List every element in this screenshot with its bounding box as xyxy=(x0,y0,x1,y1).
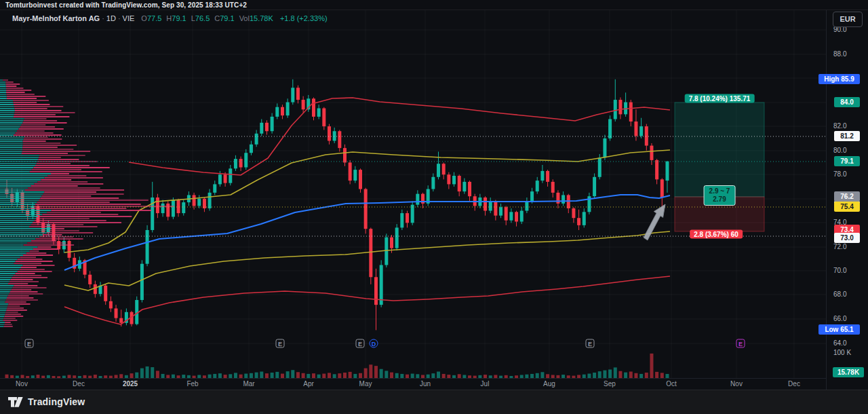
price-label-84.0: 84.0 xyxy=(834,97,860,107)
symbol-name[interactable]: Mayr-Melnhof Karton AG xyxy=(12,14,100,22)
time-axis-label: Nov xyxy=(730,380,743,388)
currency-button[interactable]: EUR xyxy=(833,12,863,27)
position-entry-label[interactable]: 2.9 ~ 72.79 xyxy=(704,185,736,206)
time-axis-label: Jul xyxy=(481,380,490,388)
tradingview-logo[interactable]: TradingView xyxy=(8,396,85,407)
chart-legend[interactable]: Mayr-Melnhof Karton AG·1D·VIE O77.5H79.1… xyxy=(12,14,328,22)
price-tick: 100 K xyxy=(833,349,867,356)
price-tick: 66.0 xyxy=(833,315,867,322)
arrow-annotation xyxy=(644,204,665,240)
time-axis[interactable]: NovDec2025FebMarAprMayJunJulAugSepOctNov… xyxy=(0,378,826,390)
time-axis-label: Jun xyxy=(420,380,431,388)
indicator-line-red_lower xyxy=(64,276,670,324)
time-axis-label: Dec xyxy=(788,380,800,388)
time-axis-label: Nov xyxy=(16,380,28,388)
price-tick: 88.0 xyxy=(833,50,867,58)
earnings-marker[interactable]: E xyxy=(25,339,34,348)
legend-value: 15.78K xyxy=(250,14,273,22)
tradingview-logo-text: TradingView xyxy=(28,396,85,407)
position-target-label[interactable]: 7.8 (10.24%) 135.71 xyxy=(685,94,755,103)
price-tick: 82.0 xyxy=(833,122,867,130)
time-axis-label: Mar xyxy=(243,380,254,388)
long-position-tool xyxy=(675,102,764,231)
earnings-marker[interactable]: E xyxy=(736,339,745,348)
time-axis-label: 2025 xyxy=(123,380,138,388)
low-price-label: Low 65.1 xyxy=(818,324,860,335)
exchange-label: VIE xyxy=(123,14,135,22)
price-tick: 80.0 xyxy=(833,147,867,154)
price-label-76.2: 76.2 xyxy=(834,191,860,202)
time-axis-label: Sep xyxy=(604,380,616,388)
time-axis-label: Aug xyxy=(543,380,555,388)
legend-key: Vol xyxy=(239,14,250,22)
high-price-label: High 85.9 xyxy=(818,74,860,84)
tradingview-logo-icon xyxy=(8,397,23,407)
legend-change: +1.8 (+2.33%) xyxy=(280,14,328,22)
price-tick: 70.0 xyxy=(833,267,867,274)
volume-bars xyxy=(5,354,669,378)
legend-value: 79.1 xyxy=(172,14,186,22)
position-stop-label[interactable]: 2.8 (3.67%) 60 xyxy=(690,230,743,239)
price-tick: 72.0 xyxy=(833,243,867,250)
price-label-75.4: 75.4 xyxy=(834,202,860,212)
legend-value: 79.1 xyxy=(220,14,234,22)
price-chart-canvas[interactable] xyxy=(0,0,868,414)
legend-separator: · xyxy=(116,14,123,22)
earnings-marker[interactable]: E xyxy=(356,339,365,348)
price-label-73.0: 73.0 xyxy=(834,233,860,243)
tradingview-chart-page: Tomturboinvest created with TradingView.… xyxy=(0,0,868,414)
legend-separator: · xyxy=(100,14,106,22)
attribution-bar: Tomturboinvest created with TradingView.… xyxy=(0,0,868,10)
earnings-marker[interactable]: E xyxy=(276,339,285,348)
time-axis-label: Apr xyxy=(303,380,314,388)
attribution-text: Tomturboinvest created with TradingView.… xyxy=(5,1,247,9)
price-label-81.2: 81.2 xyxy=(834,131,860,141)
time-axis-label: Oct xyxy=(666,380,677,388)
legend-value: 77.5 xyxy=(147,14,161,22)
time-axis-label: Dec xyxy=(73,380,85,388)
footer-bar: TradingView xyxy=(0,390,868,414)
legend-value: 76.5 xyxy=(195,14,210,22)
price-tick: 68.0 xyxy=(833,290,867,298)
dividend-marker[interactable]: D xyxy=(370,339,378,348)
time-axis-label: May xyxy=(359,380,372,388)
price-tick: 78.0 xyxy=(833,170,867,178)
price-tick: 64.0 xyxy=(833,339,867,347)
time-axis-label: Feb xyxy=(186,380,198,388)
price-label-79.1: 79.1 xyxy=(834,156,860,166)
legend-key: O xyxy=(141,14,147,22)
earnings-marker[interactable]: E xyxy=(586,339,595,348)
interval-label[interactable]: 1D xyxy=(106,14,116,22)
price-label-15.78K: 15.78K xyxy=(833,367,864,377)
legend-ohlc-values: O77.5H79.1L76.5C79.1Vol15.78K xyxy=(136,14,273,22)
